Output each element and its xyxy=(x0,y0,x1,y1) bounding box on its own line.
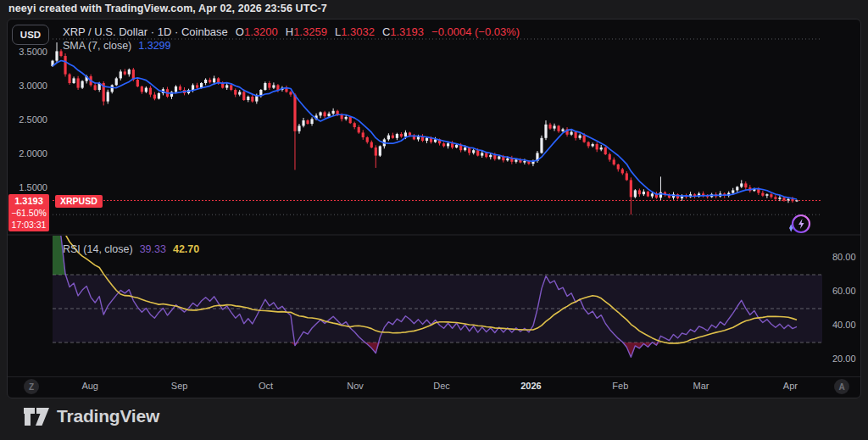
price-axis-label: 3.5000 xyxy=(0,47,47,57)
time-axis-label: Dec xyxy=(433,381,450,391)
change-value: −0.0004 (−0.03%) xyxy=(431,25,520,38)
ohlc-field: L1.3032 xyxy=(335,25,375,38)
timezone-button[interactable]: Z xyxy=(24,379,39,394)
bar-countdown: 17:03:31 xyxy=(8,219,49,231)
symbol-title: XRP / U.S. Dollar · 1D · Coinbase xyxy=(63,25,228,38)
change-percent: −61.50% xyxy=(8,207,49,219)
tradingview-logo[interactable]: TradingView xyxy=(24,406,159,426)
rsi-axis-label: 20.00 xyxy=(832,354,868,364)
sma-label: SMA (7, close) xyxy=(63,40,131,52)
current-price: 1.3193 xyxy=(8,195,49,207)
ohlc-field: C1.3193 xyxy=(382,25,424,38)
rsi-line-value: 39.33 xyxy=(140,243,166,255)
time-axis-label: Apr xyxy=(783,381,798,391)
rsi-legend: RSI (14, close)39.3342.70 xyxy=(63,243,199,255)
price-axis-label: 2.5000 xyxy=(0,114,47,125)
ohlc-field: O1.3200 xyxy=(236,25,278,38)
time-axis-label: Aug xyxy=(81,381,98,391)
symbol-badge: XRPUSD xyxy=(55,195,103,208)
rsi-ma-value: 42.70 xyxy=(173,243,199,255)
price-axis-label: 1.5000 xyxy=(0,182,47,192)
tradingview-logo-text: TradingView xyxy=(57,406,159,426)
ohlc-fields: O1.3200H1.3259L1.3032C1.3193 xyxy=(228,25,424,38)
time-axis-label: Sep xyxy=(171,381,188,391)
time-axis-label: 2026 xyxy=(520,381,541,391)
price-axis-label: 2.0000 xyxy=(0,148,47,159)
rsi-axis-label: 60.00 xyxy=(832,286,868,296)
chart-widget xyxy=(7,19,861,398)
attribution-text: neeyi created with TradingView.com, Apr … xyxy=(8,3,327,14)
sma-value: 1.3299 xyxy=(138,40,170,52)
ohlc-field: H1.3259 xyxy=(286,25,327,38)
tradingview-logo-icon xyxy=(24,408,49,426)
rsi-axis-label: 40.00 xyxy=(832,320,868,330)
price-axis-label: 3.0000 xyxy=(0,81,47,91)
currency-button[interactable]: USD xyxy=(12,25,49,45)
time-axis-label: Nov xyxy=(347,381,364,391)
rsi-axis-label: 80.00 xyxy=(832,252,868,262)
time-axis-label: Mar xyxy=(693,381,709,391)
sma-legend: SMA (7, close)1.3299 xyxy=(63,40,171,52)
tradingview-screenshot: neeyi created with TradingView.com, Apr … xyxy=(0,0,868,440)
time-axis-label: Feb xyxy=(612,381,628,391)
auto-scale-button[interactable]: A xyxy=(834,379,849,394)
current-price-label: 1.3193 −61.50% 17:03:31 xyxy=(8,194,49,231)
time-axis-label: Oct xyxy=(259,381,273,391)
rsi-label: RSI (14, close) xyxy=(63,243,133,255)
symbol-header: XRP / U.S. Dollar · 1D · CoinbaseO1.3200… xyxy=(63,25,520,38)
